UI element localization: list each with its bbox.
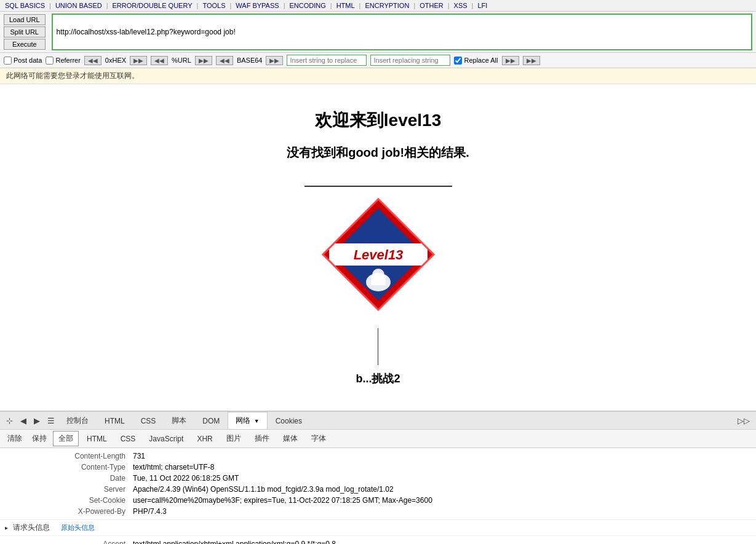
req-header-accept: Accept text/html,application/xhtml+xml,a… <box>5 538 751 544</box>
request-headers-section: Accept text/html,application/xhtml+xml,a… <box>0 536 756 544</box>
nav-html[interactable]: HTML <box>334 1 357 10</box>
subtab-plugins[interactable]: 插件 <box>249 431 275 446</box>
subtab-css[interactable]: CSS <box>115 432 141 446</box>
hex-label: 0xHEX <box>105 57 126 64</box>
vertical-line <box>378 328 378 365</box>
header-set-cookie: Set-Cookie user=call%20me%20maybe%3F; ex… <box>5 495 751 506</box>
referrer-label: Referrer <box>55 57 80 64</box>
subtab-fonts[interactable]: 字体 <box>306 431 332 446</box>
tab-network[interactable]: 网络 ▼ <box>228 412 267 429</box>
level13-logo: Level13 <box>317 193 440 316</box>
encode-toolbar: Post data Referrer ◀◀ 0xHEX ▶▶ ◀◀ %URL ▶… <box>0 53 756 68</box>
replace-right-btn[interactable]: ▶▶ <box>502 56 519 65</box>
execute-button[interactable]: Execute <box>4 39 46 50</box>
replace-all-check: Replace All <box>454 57 498 65</box>
raw-headers-link[interactable]: 原始头信息 <box>61 523 95 532</box>
replace-all-checkbox[interactable] <box>454 57 462 65</box>
devtools-forward-btn[interactable]: ▶ <box>30 414 44 428</box>
nav-error-double[interactable]: ERROR/DOUBLE QUERY <box>110 1 195 10</box>
subtab-html[interactable]: HTML <box>81 432 113 446</box>
tab-script[interactable]: 脚本 <box>164 412 194 429</box>
subtab-images[interactable]: 图片 <box>221 431 247 446</box>
replace-all-label: Replace All <box>464 57 498 64</box>
subtab-xhr[interactable]: XHR <box>191 432 218 446</box>
response-headers-section: Content-Length 731 Content-Type text/htm… <box>0 448 756 520</box>
clear-btn[interactable]: 清除 <box>4 432 26 446</box>
tab-cookies[interactable]: Cookies <box>268 413 310 428</box>
request-section-header[interactable]: ▸ 请求头信息 原始头信息 <box>0 520 756 536</box>
header-x-powered-by: X-Powered-By PHP/7.4.3 <box>5 506 751 517</box>
warning-text: 此网络可能需要您登录才能使用互联网。 <box>6 71 139 80</box>
post-data-check: Post data <box>4 57 42 65</box>
base64-label: BASE64 <box>237 57 263 64</box>
url-left-btn[interactable]: ◀◀ <box>151 56 168 65</box>
nav-waf-bypass[interactable]: WAF BYPASS <box>233 1 281 10</box>
insert-replace-input[interactable] <box>287 55 367 66</box>
main-toolbar: Load URL Split URL Execute <box>0 12 756 53</box>
devtools-menu-btn[interactable]: ☰ <box>44 414 58 428</box>
tab-css[interactable]: CSS <box>133 413 164 428</box>
post-data-checkbox[interactable] <box>4 57 12 65</box>
svg-point-7 <box>372 269 384 281</box>
url-input[interactable] <box>52 14 752 50</box>
referrer-check: Referrer <box>46 57 80 65</box>
svg-text:Level13: Level13 <box>353 247 403 262</box>
subtab-media[interactable]: 媒体 <box>277 431 303 446</box>
url-right-btn[interactable]: ▶▶ <box>195 56 212 65</box>
nav-other[interactable]: OTHER <box>417 1 446 10</box>
base64-right-btn[interactable]: ▶▶ <box>266 56 283 65</box>
nav-encoding[interactable]: ENCODING <box>287 1 328 10</box>
header-date: Date Tue, 11 Oct 2022 06:18:25 GMT <box>5 473 751 484</box>
nav-union-based[interactable]: UNION BASED <box>53 1 105 10</box>
split-url-button[interactable]: Split URL <box>4 26 46 37</box>
header-content-length: Content-Length 731 <box>5 451 751 462</box>
devtools-back-btn[interactable]: ◀ <box>17 414 30 428</box>
nav-tools[interactable]: TOOLS <box>200 1 228 10</box>
keep-btn[interactable]: 保持 <box>28 432 50 446</box>
devtools-subtabs: 清除 保持 全部 HTML CSS JavaScript XHR 图片 插件 媒… <box>0 430 756 448</box>
devtools-panel: ⊹ ◀ ▶ ☰ 控制台 HTML CSS 脚本 DOM 网络 ▼ Cookies… <box>0 411 756 544</box>
post-data-label: Post data <box>14 57 42 64</box>
subtab-all[interactable]: 全部 <box>53 431 79 446</box>
url-label: %URL <box>172 57 191 64</box>
hex-right-btn[interactable]: ▶▶ <box>130 56 147 65</box>
page-title: 欢迎来到level13 <box>315 109 441 132</box>
referrer-checkbox[interactable] <box>46 57 54 65</box>
tab-html[interactable]: HTML <box>97 413 133 428</box>
url-bar <box>52 14 752 50</box>
hex-left-btn[interactable]: ◀◀ <box>84 56 101 65</box>
divider <box>304 186 452 187</box>
search-result-text: 没有找到和good job!相关的结果. <box>287 144 469 161</box>
devtools-expand-btn[interactable]: ▷▷ <box>734 414 754 428</box>
header-server: Server Apache/2.4.39 (Win64) OpenSSL/1.1… <box>5 484 751 495</box>
nav-encryption[interactable]: ENCRYPTION <box>362 1 412 10</box>
tab-console[interactable]: 控制台 <box>58 412 97 429</box>
devtools-inspect-btn[interactable]: ⊹ <box>2 414 17 428</box>
top-nav: SQL BASICS | UNION BASED | ERROR/DOUBLE … <box>0 0 756 12</box>
warning-bar: 此网络可能需要您登录才能使用互联网。 <box>0 68 756 84</box>
subtab-js[interactable]: JavaScript <box>143 432 189 446</box>
replace-right2-btn[interactable]: ▶▶ <box>523 56 540 65</box>
section-triangle: ▸ <box>5 524 8 531</box>
base64-left-btn[interactable]: ◀◀ <box>216 56 233 65</box>
nav-lfi[interactable]: LFI <box>475 1 490 10</box>
nav-xss[interactable]: XSS <box>452 1 470 10</box>
insert-replacing-input[interactable] <box>370 55 450 66</box>
challenge-text: b...挑战2 <box>356 371 400 386</box>
main-content: 欢迎来到level13 没有找到和good job!相关的结果. Level13… <box>0 84 756 411</box>
tab-dom[interactable]: DOM <box>194 413 228 428</box>
nav-sql-basics[interactable]: SQL BASICS <box>2 1 47 10</box>
header-content-type: Content-Type text/html; charset=UTF-8 <box>5 462 751 473</box>
devtools-tabs: ⊹ ◀ ▶ ☰ 控制台 HTML CSS 脚本 DOM 网络 ▼ Cookies… <box>0 412 756 430</box>
request-section-label: 请求头信息 <box>13 522 50 533</box>
load-url-button[interactable]: Load URL <box>4 14 46 25</box>
